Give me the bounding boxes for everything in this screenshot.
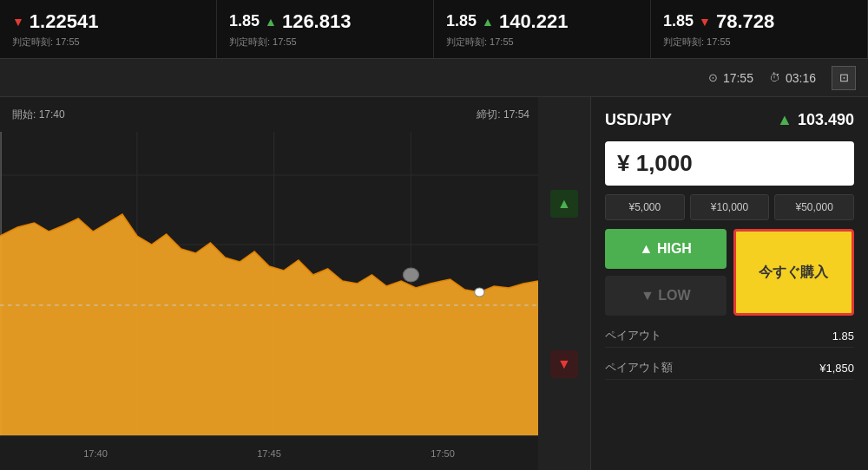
chart-x-axis: 17:40 17:45 17:50 <box>0 435 538 470</box>
payout-label: ペイアウト <box>605 328 661 343</box>
quick-btn-10000[interactable]: ¥10,000 <box>690 194 770 220</box>
x-label-1: 17:40 <box>83 448 108 459</box>
payout-value: 1.85 <box>832 330 854 343</box>
clock-icon-2: ⏱ <box>769 71 780 84</box>
ticker-item-1[interactable]: ▼ 1.22541 判定時刻: 17:55 <box>0 0 217 58</box>
buy-button[interactable]: 今すぐ購入 <box>733 229 855 316</box>
ticker-sub-price-2: 126.813 <box>282 10 352 33</box>
pair-price-arrow: ▲ <box>777 111 792 129</box>
ticker-sub-price-4: 78.728 <box>716 10 774 33</box>
payout-amount-value: ¥1,850 <box>819 362 854 375</box>
time-display-1: ⊙ 17:55 <box>708 71 753 85</box>
ticker-bar: ▼ 1.22541 判定時刻: 17:55 1.85 ▲ 126.813 判定時… <box>0 0 868 59</box>
pair-name: USD/JPY <box>605 111 672 129</box>
chart-start-label: 開始: 17:40 <box>12 108 65 122</box>
svg-marker-8 <box>0 214 538 435</box>
x-label-3: 17:50 <box>431 448 455 459</box>
payout-row-2: ペイアウト額 ¥1,850 <box>605 356 854 380</box>
fullscreen-button[interactable]: ⊡ <box>832 66 856 90</box>
ticker-time-2: 判定時刻: 17:55 <box>229 36 421 49</box>
clock-icon-1: ⊙ <box>708 71 718 84</box>
quick-btn-5000[interactable]: ¥5,000 <box>605 194 685 220</box>
amount-input-wrapper[interactable] <box>605 141 854 186</box>
pair-price-value: 103.490 <box>798 111 854 129</box>
sub-header: ⊙ 17:55 ⏱ 03:16 ⊡ <box>0 59 868 97</box>
x-label-2: 17:45 <box>257 448 281 459</box>
payout-row-1: ペイアウト 1.85 <box>605 324 854 348</box>
ticker-sub-price-3: 140.221 <box>499 10 569 33</box>
chart-svg <box>0 132 538 435</box>
time-value-1: 17:55 <box>723 71 753 85</box>
hl-row: ▲ HIGH ▼ LOW 今すぐ購入 <box>605 229 854 316</box>
chart-end-label: 締切: 17:54 <box>477 108 529 122</box>
chart-strip: ▲ ▼ <box>538 97 590 470</box>
ticker-item-4[interactable]: 1.85 ▼ 78.728 判定時刻: 17:55 <box>651 0 868 58</box>
ticker-item-3[interactable]: 1.85 ▲ 140.221 判定時刻: 17:55 <box>434 0 651 58</box>
right-panel: USD/JPY ▲ 103.490 ¥5,000 ¥10,000 ¥50,000… <box>590 97 868 470</box>
time-value-2: 03:16 <box>786 71 816 85</box>
ticker-time-1: 判定時刻: 17:55 <box>12 36 204 49</box>
main-content: 開始: 17:40 締切: 17:54 <box>0 97 868 470</box>
buy-button-wrapper: 今すぐ購入 <box>733 229 855 316</box>
ticker-item-2[interactable]: 1.85 ▲ 126.813 判定時刻: 17:55 <box>217 0 434 58</box>
ticker-time-3: 判定時刻: 17:55 <box>446 36 638 49</box>
amount-input[interactable] <box>617 150 842 177</box>
ticker-payout-3: 1.85 <box>446 12 477 30</box>
time-display-2: ⏱ 03:16 <box>769 71 816 85</box>
chart-area: 開始: 17:40 締切: 17:54 <box>0 97 590 470</box>
strip-down-icon[interactable]: ▼ <box>550 350 578 378</box>
pair-row: USD/JPY ▲ 103.490 <box>605 111 854 129</box>
high-button[interactable]: ▲ HIGH <box>605 229 727 269</box>
pair-price-display: ▲ 103.490 <box>777 111 854 129</box>
ticker-payout-4: 1.85 <box>663 12 694 30</box>
strip-up-icon[interactable]: ▲ <box>550 190 578 218</box>
ticker-time-4: 判定時刻: 17:55 <box>663 36 855 49</box>
payout-amount-label: ペイアウト額 <box>605 360 673 375</box>
svg-point-11 <box>403 268 418 282</box>
quick-amounts: ¥5,000 ¥10,000 ¥50,000 <box>605 194 854 220</box>
ticker-price-1: 1.22541 <box>30 10 99 33</box>
svg-point-10 <box>475 288 484 297</box>
low-button[interactable]: ▼ LOW <box>605 276 727 316</box>
quick-btn-50000[interactable]: ¥50,000 <box>774 194 854 220</box>
ticker-payout-2: 1.85 <box>229 12 260 30</box>
fullscreen-icon: ⊡ <box>839 71 849 84</box>
